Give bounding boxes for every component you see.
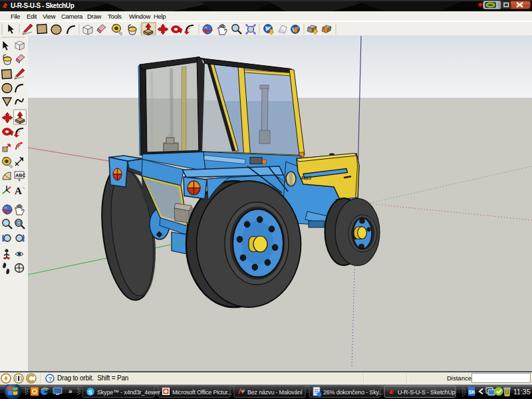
svg-text:Skype™ - x4nd3r_4ewer: Skype™ - x4nd3r_4ewer — [97, 389, 160, 396]
svg-text:?: ? — [48, 375, 52, 382]
svg-text:ABC: ABC — [15, 173, 25, 178]
svg-text:S: S — [88, 389, 92, 396]
svg-text:Bez názvu - Malování: Bez názvu - Malování — [247, 389, 303, 396]
svg-text:»: » — [68, 388, 72, 395]
svg-text:A: A — [15, 186, 22, 196]
svg-text:11:35: 11:35 — [513, 388, 531, 396]
svg-text:26% dokončeno - Sky...: 26% dokončeno - Sky... — [323, 389, 383, 396]
svg-text:4115: 4115 — [301, 175, 311, 181]
svg-text:Microsoft Office Pictur...: Microsoft Office Pictur... — [172, 389, 232, 396]
svg-text:U-R-S-U-S - SketchUp: U-R-S-U-S - SketchUp — [398, 389, 456, 396]
svg-text:SK: SK — [469, 389, 476, 395]
